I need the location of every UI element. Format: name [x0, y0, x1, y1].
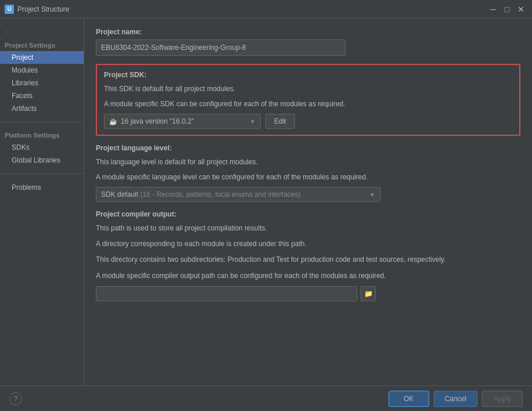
- bottom-bar: ? OK Cancel Apply: [0, 385, 532, 411]
- language-dropdown-arrow-icon: ▼: [369, 192, 375, 198]
- apply-button[interactable]: Apply: [482, 391, 523, 407]
- project-name-input[interactable]: [96, 39, 346, 56]
- sdk-row: ☕ 16 java version "16.0.2" ▼ Edit: [104, 114, 512, 129]
- project-structure-dialog: U Project Structure ─ □ ✕ ‹ › Project Se…: [0, 0, 532, 411]
- language-desc-line1: This language level is default for all p…: [96, 157, 520, 167]
- sdk-section-title: Project SDK:: [104, 71, 512, 79]
- sdk-dropdown-arrow-icon: ▼: [250, 118, 256, 125]
- sidebar-item-facets[interactable]: Facets: [0, 89, 84, 102]
- sdk-description-line1: This SDK is default for all project modu…: [104, 84, 512, 94]
- maximize-button[interactable]: □: [501, 3, 513, 16]
- compiler-output-section: Project compiler output: This path is us…: [96, 210, 520, 301]
- language-level-dropdown[interactable]: SDK default (16 - Records, patterns, loc…: [96, 187, 380, 202]
- folder-icon: 📁: [364, 290, 373, 298]
- sidebar-item-project[interactable]: Project: [0, 51, 84, 64]
- main-content: ‹ › Project Settings Project Modules Lib…: [0, 19, 532, 385]
- project-sdk-section: Project SDK: This SDK is default for all…: [96, 64, 520, 136]
- title-bar-buttons: ─ □ ✕: [487, 3, 527, 16]
- sidebar-item-artifacts[interactable]: Artifacts: [0, 102, 84, 115]
- right-panel: Project name: Project SDK: This SDK is d…: [84, 19, 532, 385]
- sidebar-item-global-libraries[interactable]: Global Libraries: [0, 154, 84, 167]
- title-bar: U Project Structure ─ □ ✕: [0, 0, 532, 19]
- platform-settings-section: Platform Settings: [0, 129, 84, 141]
- compiler-input-row: 📁: [96, 286, 520, 301]
- cancel-button[interactable]: Cancel: [434, 391, 477, 407]
- dialog-title: Project Structure: [17, 5, 487, 13]
- project-language-section: Project language level: This language le…: [96, 144, 520, 202]
- close-button[interactable]: ✕: [515, 3, 527, 16]
- language-level-label: Project language level:: [96, 144, 520, 152]
- compiler-output-input[interactable]: [96, 286, 357, 301]
- app-icon: U: [5, 5, 14, 14]
- compiler-desc-line1: This path is used to store all project c…: [96, 223, 520, 234]
- sidebar-item-modules[interactable]: Modules: [0, 64, 84, 77]
- project-settings-section: Project Settings: [0, 39, 84, 51]
- help-button[interactable]: ?: [9, 392, 22, 405]
- sdk-description-line2: A module specific SDK can be configured …: [104, 99, 512, 109]
- compiler-desc-line3: This directory contains two subdirectori…: [96, 254, 520, 265]
- sdk-dropdown-text: 16 java version "16.0.2": [121, 117, 246, 125]
- project-name-section: Project name:: [96, 28, 520, 56]
- back-button[interactable]: ‹: [3, 26, 11, 37]
- sidebar-item-problems[interactable]: Problems: [0, 181, 84, 194]
- forward-button[interactable]: ›: [12, 26, 20, 37]
- sidebar-item-libraries[interactable]: Libraries: [0, 77, 84, 89]
- sidebar: ‹ › Project Settings Project Modules Lib…: [0, 19, 84, 385]
- compiler-output-label: Project compiler output:: [96, 210, 520, 218]
- minimize-button[interactable]: ─: [487, 3, 499, 16]
- compiler-desc-line2: A directory corresponding to each module…: [96, 239, 520, 250]
- ok-button[interactable]: OK: [389, 391, 429, 407]
- nav-buttons: ‹ ›: [0, 23, 84, 39]
- project-name-label: Project name:: [96, 28, 520, 36]
- java-icon: ☕: [109, 118, 117, 125]
- language-desc-line2: A module specific language level can be …: [96, 172, 520, 182]
- language-level-value: SDK default (16 - Records, patterns, loc…: [101, 190, 369, 199]
- folder-browse-button[interactable]: 📁: [361, 286, 376, 301]
- edit-sdk-button[interactable]: Edit: [265, 114, 295, 129]
- sdk-dropdown[interactable]: ☕ 16 java version "16.0.2" ▼: [104, 114, 261, 129]
- sidebar-item-sdks[interactable]: SDKs: [0, 141, 84, 154]
- compiler-desc-line4: A module specific compiler output path c…: [96, 271, 520, 282]
- language-level-hint: (16 - Records, patterns, local enums and…: [140, 190, 300, 199]
